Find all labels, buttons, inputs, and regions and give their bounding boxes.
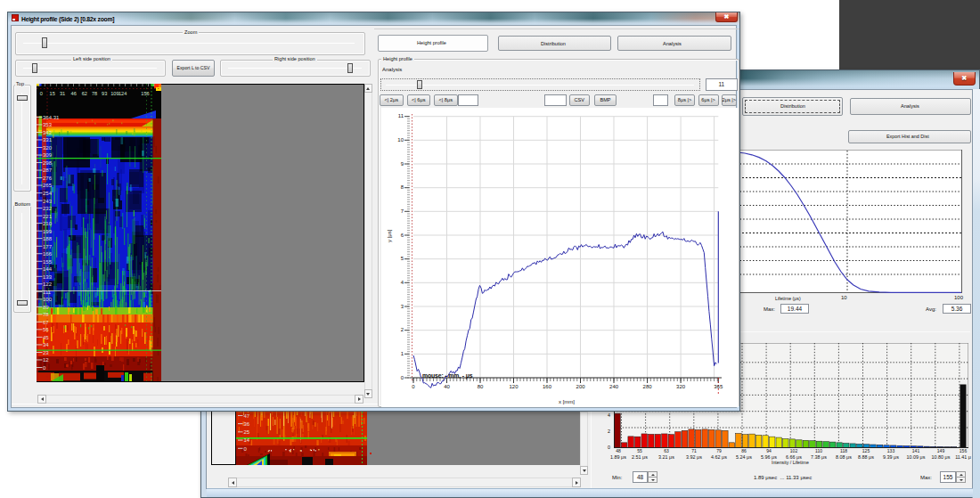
svg-text:124: 124 [118, 91, 127, 96]
svg-text:45: 45 [43, 335, 49, 340]
svg-text:34: 34 [43, 342, 49, 347]
svg-text:232: 232 [43, 206, 53, 211]
svg-text:15: 15 [50, 91, 55, 96]
svg-text:47: 47 [244, 413, 250, 419]
svg-text:298: 298 [43, 160, 53, 166]
svg-text:36: 36 [244, 421, 250, 427]
svg-text:210: 210 [43, 221, 53, 226]
svg-text:177: 177 [43, 244, 53, 249]
svg-text:254: 254 [43, 191, 53, 196]
svg-text:111: 111 [43, 290, 52, 295]
svg-text:188: 188 [43, 236, 53, 241]
svg-text:331: 331 [43, 137, 53, 143]
svg-text:122: 122 [43, 282, 53, 287]
svg-text:62: 62 [82, 91, 87, 96]
svg-text:12: 12 [43, 357, 49, 363]
svg-text:89: 89 [43, 305, 49, 310]
svg-text:342: 342 [43, 130, 53, 135]
svg-text:166: 166 [43, 251, 53, 257]
svg-text:100: 100 [43, 297, 53, 302]
svg-text:14: 14 [244, 437, 250, 443]
svg-text:156: 156 [141, 91, 149, 96]
svg-text:276: 276 [43, 176, 53, 181]
svg-text:221: 221 [43, 214, 53, 219]
svg-text:78: 78 [43, 312, 49, 317]
svg-text:93: 93 [102, 91, 107, 96]
svg-text:144: 144 [43, 266, 53, 272]
svg-text:309: 309 [43, 152, 53, 158]
svg-text:353: 353 [43, 122, 53, 127]
svg-text:25: 25 [244, 429, 250, 435]
svg-text:133: 133 [43, 274, 53, 280]
svg-text:78: 78 [92, 91, 97, 96]
svg-text:23: 23 [43, 350, 49, 355]
svg-text:243: 243 [43, 199, 53, 204]
svg-text:155: 155 [43, 259, 53, 265]
svg-text:199: 199 [43, 229, 53, 234]
svg-text:287: 287 [43, 167, 53, 173]
svg-text:56: 56 [43, 327, 49, 332]
svg-text:67: 67 [43, 320, 49, 325]
svg-text:364.31: 364.31 [43, 115, 60, 120]
svg-text:320: 320 [43, 145, 53, 151]
svg-text:0: 0 [40, 91, 43, 96]
svg-text:31: 31 [60, 91, 65, 96]
svg-text:46: 46 [71, 91, 77, 96]
svg-text:265: 265 [43, 183, 53, 188]
